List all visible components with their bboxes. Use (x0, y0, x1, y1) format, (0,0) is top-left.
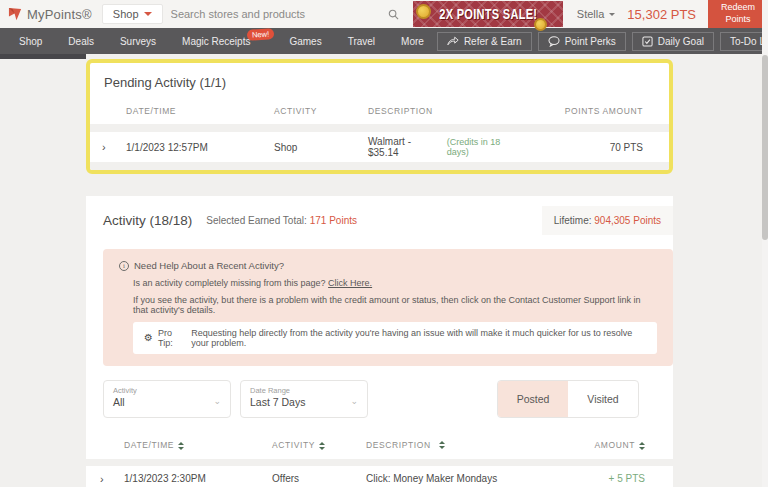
points-sale-banner[interactable]: 2X POINTS SALE! (413, 1, 563, 27)
pending-row-amount: 70 PTS (523, 142, 643, 153)
posted-visited-toggle: Posted Visited (497, 380, 639, 418)
pending-col-description: DESCRIPTION (368, 106, 523, 116)
activity-header: Activity (18/18) Selected Earned Total: … (86, 206, 673, 235)
nav-right: Refer & Earn Point Perks Daily Goal To-D… (437, 32, 768, 51)
search-input[interactable] (163, 8, 388, 20)
help-title: Need Help About a Recent Activity? (134, 260, 284, 271)
tab-posted[interactable]: Posted (498, 381, 568, 417)
filters-row: Activity All ⌄ Date Range Last 7 Days ⌄ … (103, 380, 673, 418)
pro-tip-label: Pro Tip: (158, 328, 186, 348)
nav-item-deals[interactable]: Deals (55, 28, 107, 54)
pending-activity-title: Pending Activity (1/1) (90, 63, 669, 100)
sort-icon[interactable] (178, 442, 184, 450)
myPoints-logo[interactable]: MyPoints® (8, 7, 92, 22)
nav-item-surveys[interactable]: Surveys (107, 28, 169, 54)
divider (86, 459, 673, 466)
mypoints-logo-icon (8, 7, 23, 22)
main-nav: Shop Deals Surveys Magic Receipts New! G… (0, 28, 768, 54)
pro-tip-icon: ⚙ (144, 333, 153, 343)
info-icon: i (119, 261, 129, 271)
pending-row-activity: Shop (274, 142, 368, 153)
top-header: MyPoints® Shop 2X POINTS SALE! Stella 15… (0, 0, 768, 28)
scrollbar-track[interactable] (762, 0, 768, 487)
pending-row-date: 1/1/2023 12:57PM (126, 142, 274, 153)
nav-item-shop[interactable]: Shop (6, 28, 55, 54)
pro-tip-pill: ⚙ Pro Tip: Requesting help directly from… (133, 322, 657, 354)
coin-icon (534, 18, 547, 31)
tab-visited[interactable]: Visited (568, 381, 638, 417)
speech-bubble-icon (548, 36, 560, 47)
help-box: i Need Help About a Recent Activity? Is … (103, 249, 673, 366)
checkbox-icon (642, 36, 653, 47)
main-content: Pending Activity (1/1) DATE/TIME ACTIVIT… (86, 59, 673, 487)
pending-activity-card: Pending Activity (1/1) DATE/TIME ACTIVIT… (86, 59, 673, 174)
click-here-link[interactable]: Click Here. (328, 278, 372, 288)
help-line-support: If you see the activity, but there is a … (133, 295, 657, 315)
expand-chevron-icon[interactable]: › (102, 141, 126, 153)
points-balance: 15,302 PTS (627, 7, 696, 22)
lifetime-points-box: Lifetime: 904,305 Points (542, 206, 673, 235)
activity-row[interactable]: › 1/13/2023 2:30PM Offers Click: Money M… (86, 466, 673, 487)
nav-item-more[interactable]: More (388, 28, 437, 54)
todo-list-button[interactable]: To-Do List 1/9 (720, 32, 768, 51)
sort-icon[interactable] (639, 442, 645, 450)
nav-item-travel[interactable]: Travel (335, 28, 388, 54)
nav-open-submenu-edge (0, 54, 86, 59)
nav-left: Shop Deals Surveys Magic Receipts New! G… (6, 28, 437, 54)
nav-item-games[interactable]: Games (276, 28, 334, 54)
lifetime-value: 904,305 Points (594, 215, 661, 226)
pending-row-description: Walmart - $35.14 (Credits in 18 days) (368, 136, 523, 158)
activity-panel: Activity (18/18) Selected Earned Total: … (86, 196, 673, 487)
divider (90, 162, 669, 170)
chevron-down-icon: ⌄ (213, 396, 221, 406)
chevron-down-icon: ⌄ (350, 396, 358, 406)
sort-header-description[interactable]: DESCRIPTION (366, 440, 525, 450)
new-badge: New! (247, 28, 275, 41)
activity-filter-value: All (113, 396, 221, 408)
header-shop-dropdown[interactable]: Shop (102, 4, 163, 24)
search-bar (163, 0, 413, 28)
user-name: Stella (577, 8, 605, 20)
chevron-down-icon (609, 13, 615, 16)
activity-filter-label: Activity (113, 386, 221, 395)
search-icon[interactable] (388, 9, 399, 20)
chevron-down-icon (144, 12, 152, 16)
brand-name: MyPoints® (27, 7, 92, 22)
sort-header-datetime[interactable]: DATE/TIME (124, 440, 272, 450)
activity-table: DATE/TIME ACTIVITY DESCRIPTION AMOUNT › … (86, 434, 673, 487)
sort-header-amount[interactable]: AMOUNT (525, 440, 645, 450)
pro-tip-text: Requesting help directly from the activi… (191, 328, 646, 348)
activity-title: Activity (18/18) (103, 213, 192, 228)
coin-icon (416, 4, 431, 19)
sort-icon[interactable] (319, 442, 325, 450)
pending-col-points-amount: POINTS AMOUNT (523, 106, 643, 116)
date-range-label: Date Range (250, 386, 358, 395)
credit-note: (Credits in 18 days) (447, 137, 523, 157)
date-range-value: Last 7 Days (250, 396, 358, 408)
redeem-points-button[interactable]: Redeem Points (708, 0, 768, 28)
date-range-select[interactable]: Date Range Last 7 Days ⌄ (240, 380, 368, 418)
daily-goal-button[interactable]: Daily Goal (632, 32, 714, 51)
point-perks-button[interactable]: Point Perks (538, 32, 626, 51)
sale-banner-text: 2X POINTS SALE! (439, 5, 537, 23)
pending-table-header: DATE/TIME ACTIVITY DESCRIPTION POINTS AM… (90, 100, 669, 124)
activity-table-header: DATE/TIME ACTIVITY DESCRIPTION AMOUNT (86, 434, 673, 459)
pending-col-activity: ACTIVITY (274, 106, 368, 116)
scrollbar-thumb[interactable] (762, 55, 768, 240)
lifetime-label: Lifetime: (554, 215, 592, 226)
pending-col-datetime: DATE/TIME (126, 106, 274, 116)
help-line-missing: Is an activity completely missing from t… (133, 278, 657, 288)
divider (90, 124, 669, 132)
user-menu[interactable]: Stella (577, 8, 616, 20)
refer-and-earn-button[interactable]: Refer & Earn (437, 32, 532, 51)
activity-filter-select[interactable]: Activity All ⌄ (103, 380, 231, 418)
pending-activity-row[interactable]: › 1/1/2023 12:57PM Shop Walmart - $35.14… (90, 132, 669, 162)
expand-chevron-icon[interactable]: › (100, 473, 124, 485)
selected-earned-value: 171 Points (310, 215, 357, 226)
sort-icon[interactable] (439, 441, 445, 449)
share-arrow-icon (447, 36, 459, 46)
nav-item-magic-receipts[interactable]: Magic Receipts New! (169, 28, 276, 54)
selected-earned-label: Selected Earned Total: (206, 215, 306, 226)
sort-header-activity[interactable]: ACTIVITY (272, 440, 366, 450)
header-shop-label: Shop (113, 8, 139, 20)
